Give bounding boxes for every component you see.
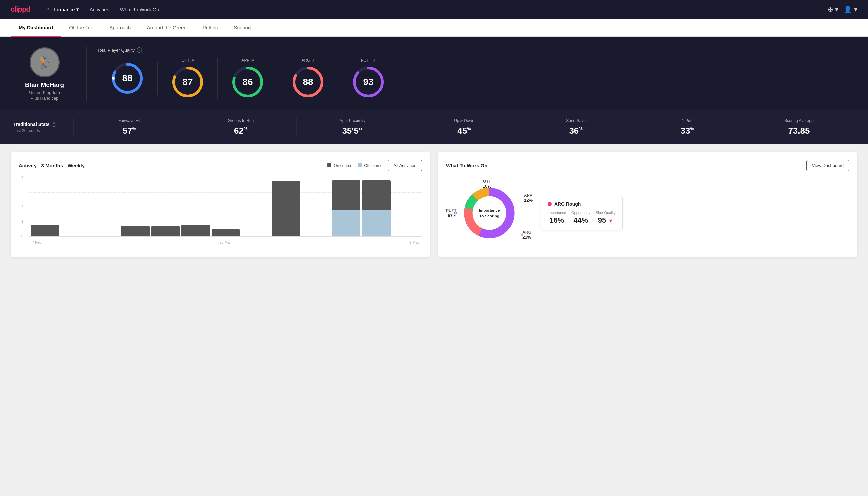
app-label: APP ↗ — [241, 58, 254, 63]
top-nav: clippd Performance ▾ Activities What To … — [0, 0, 868, 19]
svg-point-19 — [473, 196, 506, 230]
stat-scoring-value: 73.85 — [750, 126, 848, 136]
all-activities-button[interactable]: All Activities — [388, 160, 422, 171]
bar-group-3 — [121, 177, 149, 236]
svg-point-14 — [367, 67, 370, 69]
x-label-mar: 28 Mar — [220, 240, 231, 244]
on-course-bar — [332, 180, 360, 210]
info-box: ARG Rough Importance 16% Opportunity 44%… — [541, 196, 622, 230]
quality-putt: PUTT ↗ 93 — [338, 58, 398, 98]
stat-sand-save: Sand Save 36% — [520, 118, 632, 136]
stat-one-putt: 1 Putt 33% — [632, 118, 743, 136]
arg-dot — [521, 233, 523, 236]
what-card-header: What To Work On View Dashboard — [446, 160, 849, 171]
info-metric-shot-quality: Shot Quality 95 ▼ — [596, 211, 616, 224]
stat-updown-label: Up & Down — [415, 118, 513, 123]
trad-help-icon[interactable]: ? — [52, 122, 56, 127]
overall-value: 88 — [122, 73, 132, 83]
nav-what-to-work-on[interactable]: What To Work On — [120, 7, 159, 12]
importance-label: Importance — [548, 211, 566, 215]
donut-svg: Importance To Scoring — [459, 183, 519, 243]
svg-text:To Scoring: To Scoring — [479, 214, 499, 218]
info-box-header: ARG Rough — [548, 201, 616, 206]
stat-up-down: Up & Down 45% — [408, 118, 520, 136]
svg-text:Importance: Importance — [479, 208, 500, 212]
opportunity-label: Opportunity — [571, 211, 590, 215]
stat-updown-value: 45% — [415, 126, 513, 136]
shot-quality-value: 95 ▼ — [596, 216, 616, 224]
x-axis-labels: 7 Feb 28 Mar 9 May — [29, 240, 422, 244]
traditional-stats: Traditional Stats ? Last 20 rounds Fairw… — [0, 110, 868, 144]
bar-group-2 — [91, 177, 119, 236]
svg-point-8 — [247, 67, 249, 69]
info-metric-importance: Importance 16% — [548, 211, 566, 224]
what-card-title: What To Work On — [446, 162, 487, 168]
player-name: Blair McHarg — [25, 81, 64, 89]
stat-proximity-label: App. Proximity — [303, 118, 401, 123]
putt-label: PUTT ↗ — [361, 58, 376, 63]
on-course-dot — [327, 163, 331, 167]
activity-legend-area: On course Off course All Activities — [327, 160, 422, 171]
trad-stats-sub: Last 20 rounds — [13, 128, 73, 133]
stat-greens-label: Greens In Reg — [192, 118, 290, 123]
grid-label-4: 4 — [21, 175, 23, 179]
bar-group-6 — [211, 177, 240, 236]
on-course-bar — [362, 180, 390, 210]
arg-donut-label: ARG 21% — [522, 230, 531, 239]
on-course-bar — [31, 224, 59, 236]
stat-fairways-hit: Fairways Hit 57% — [73, 118, 185, 136]
bar-group-9 — [302, 177, 330, 236]
bottom-section: Activity - 3 Months - Weekly On course O… — [0, 144, 868, 265]
on-course-legend: On course — [327, 163, 352, 168]
info-box-title: ARG Rough — [554, 201, 581, 206]
stat-scoring-label: Scoring Average — [750, 118, 848, 123]
activity-legend: On course Off course — [327, 163, 382, 168]
tab-approach[interactable]: Approach — [101, 19, 139, 37]
quality-app: APP ↗ 86 — [218, 58, 278, 98]
tab-my-dashboard[interactable]: My Dashboard — [11, 19, 61, 37]
bar-group-8 — [272, 177, 300, 236]
trad-stats-title: Traditional Stats ? — [13, 122, 73, 127]
activity-card-title: Activity - 3 Months - Weekly — [19, 162, 84, 168]
tab-around-the-green[interactable]: Around the Green — [139, 19, 194, 37]
quality-title: Total Player Quality ? — [97, 47, 855, 52]
nav-performance[interactable]: Performance ▾ — [46, 6, 79, 12]
off-course-bar — [362, 210, 390, 236]
tab-putting[interactable]: Putting — [194, 19, 226, 37]
on-course-bar — [151, 226, 179, 236]
off-course-bar — [332, 210, 360, 236]
avatar: 🏌️ — [30, 47, 60, 77]
stat-proximity-value: 35'5" — [303, 126, 401, 136]
grid-line-0: 0 — [29, 236, 422, 236]
down-arrow-icon: ▼ — [608, 218, 613, 223]
add-button[interactable]: ⊕ ▾ — [828, 5, 839, 13]
stat-greens-value: 62% — [192, 126, 290, 136]
info-metrics: Importance 16% Opportunity 44% Shot Qual… — [548, 211, 616, 224]
arg-arrow-icon: ↗ — [312, 58, 315, 63]
quality-arg: ARG ↗ 88 — [278, 58, 338, 98]
overall-ring: 88 — [111, 62, 144, 95]
ott-arrow-icon: ↗ — [191, 58, 194, 63]
quality-section: Total Player Quality ? 88 OTT — [86, 47, 855, 98]
user-menu[interactable]: 👤 ▾ — [844, 5, 857, 13]
putt-dot — [454, 212, 457, 214]
arg-label: ARG ↗ — [301, 58, 314, 63]
trad-stats-label: Traditional Stats ? Last 20 rounds — [13, 122, 73, 133]
nav-activities[interactable]: Activities — [90, 7, 109, 12]
donut-area: OTT 10% APP 12% ARG 21% PUTT 57% — [446, 173, 849, 249]
bar-group-0 — [31, 177, 59, 236]
brand-logo[interactable]: clippd — [11, 5, 30, 14]
tab-scoring[interactable]: Scoring — [226, 19, 259, 37]
info-metric-opportunity: Opportunity 44% — [571, 211, 590, 224]
stat-greens-reg: Greens In Reg 62% — [185, 118, 297, 136]
donut-wrapper: OTT 10% APP 12% ARG 21% PUTT 57% — [446, 176, 533, 249]
svg-point-5 — [172, 81, 175, 83]
on-course-bar — [211, 229, 240, 236]
off-course-dot — [358, 163, 362, 167]
stat-sand-value: 36% — [527, 126, 625, 136]
grid-label-3: 3 — [21, 190, 23, 194]
help-icon[interactable]: ? — [137, 47, 142, 52]
tab-off-the-tee[interactable]: Off the Tee — [61, 19, 101, 37]
view-dashboard-button[interactable]: View Dashboard — [806, 160, 849, 171]
stat-putt-value: 33% — [638, 126, 737, 136]
